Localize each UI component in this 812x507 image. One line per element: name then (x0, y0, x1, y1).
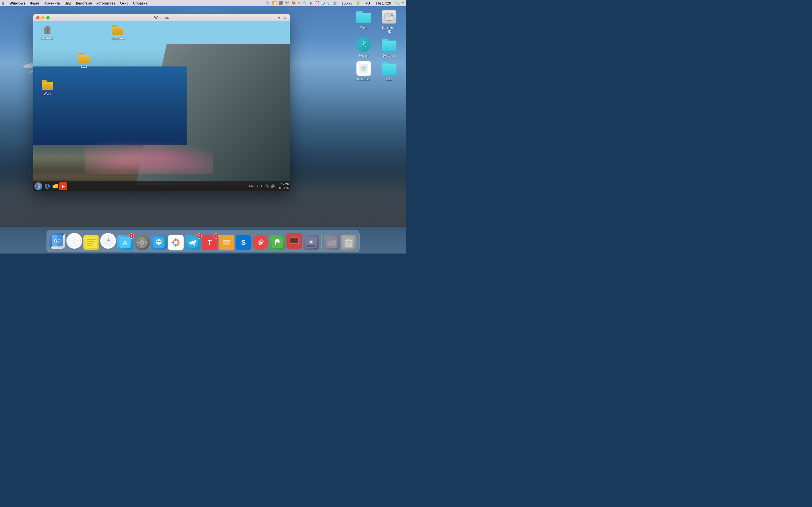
dock-safari[interactable] (66, 233, 82, 250)
toolbox-icon[interactable]: 🔧 (303, 1, 308, 5)
bluetooth-icon[interactable]: ⬡ (321, 1, 325, 5)
windows-folder-button[interactable] (51, 182, 59, 190)
vm-dropdown-icon[interactable]: ▼ (277, 15, 281, 20)
wifi2-icon[interactable]: 📡 (326, 1, 331, 5)
vm-titlebar-actions[interactable]: ▼ ⚙ (277, 15, 287, 20)
spotlight-icon[interactable]: 🔍 (395, 1, 400, 5)
svg-rect-44 (87, 241, 95, 242)
dock-appstore[interactable]: A 1 (117, 235, 133, 250)
evernote-icon (269, 235, 285, 250)
dock-finder[interactable] (50, 233, 65, 250)
svg-rect-100 (293, 244, 296, 244)
svg-rect-42 (86, 237, 97, 248)
dock-folder[interactable] (324, 235, 340, 250)
svg-point-104 (310, 241, 312, 243)
svg-rect-21 (39, 184, 41, 186)
svg-point-67 (160, 241, 160, 242)
app-icon-2[interactable]: 🦊 (291, 1, 296, 5)
menubar-help[interactable]: Справка (131, 1, 150, 5)
desktop-icon-new[interactable]: ⏱ Новый (352, 36, 375, 59)
svg-rect-111 (347, 239, 350, 240)
hd-drive-icon (382, 10, 396, 24)
dock-tweetbot[interactable] (151, 235, 167, 250)
svg-rect-58 (142, 237, 143, 239)
battery-percentage[interactable]: 100 % (340, 1, 354, 5)
wifi-icon[interactable]: 📶 (272, 1, 276, 5)
mediaget-label: MediaGet (356, 77, 371, 81)
menubar-windows[interactable]: Windows (7, 1, 28, 5)
volume-icon[interactable]: 🔊 (333, 1, 338, 5)
svg-marker-28 (53, 184, 58, 188)
vm-window-controls[interactable] (36, 16, 50, 19)
vm-date: 20.04.15 (278, 186, 289, 190)
evernote-menubar-icon[interactable]: 🐘 (265, 1, 270, 5)
dock-separator (321, 234, 322, 248)
menubar-window[interactable]: Окно (118, 1, 131, 5)
desktop-icon-mediaget[interactable]: 💿 MediaGet (352, 60, 375, 82)
scissors-icon[interactable]: ✂️ (285, 1, 290, 5)
desktop-icon-1111[interactable]: 1111 (378, 60, 400, 82)
vm-window: Windows ▼ ⚙ (33, 14, 290, 191)
dock-remote[interactable] (287, 233, 302, 250)
appstore-badge: 1 (129, 233, 134, 238)
windows-media-button[interactable]: ▶ (59, 182, 67, 190)
vm-icon-work[interactable]: Work (36, 79, 59, 95)
x-icon[interactable]: ✕ (298, 1, 301, 5)
dock-itunes[interactable] (253, 235, 268, 250)
desktop-icon-macintosh-hd[interactable]: Macintosh HD (378, 8, 400, 35)
dock-stickies[interactable] (84, 235, 99, 250)
vm-settings-icon[interactable]: ⚙ (283, 15, 287, 20)
dock-skype[interactable]: S (236, 235, 252, 250)
menubar-actions[interactable]: Действия (73, 1, 94, 5)
language-indicator[interactable]: RU (362, 1, 372, 5)
dock-photos[interactable] (168, 235, 184, 250)
svg-rect-16 (46, 26, 49, 27)
apple-menu[interactable]:  (2, 1, 4, 6)
vm-lang[interactable]: EN (249, 184, 253, 188)
menubar-file[interactable]: Файл (28, 1, 41, 5)
vm-icon-recycle[interactable]: Корзина (36, 24, 59, 40)
windows-start-button[interactable] (35, 182, 42, 190)
safari-dot (74, 249, 75, 250)
folder-1111-icon (382, 61, 396, 76)
desktop-icon-work[interactable]: Work (352, 8, 375, 35)
vm-work-folder-icon (42, 79, 53, 91)
dock-telegram[interactable]: 2 (185, 235, 201, 250)
photos-icon (168, 235, 184, 250)
time-icon[interactable]: ⏰ (315, 1, 320, 5)
dock-toolbox[interactable]: T 1 (202, 235, 218, 250)
vm-tray-3[interactable]: 🔊 (271, 184, 275, 188)
dock-clock[interactable] (100, 233, 116, 250)
notification-icon[interactable]: ≡ (402, 1, 404, 5)
svg-rect-101 (292, 244, 297, 245)
vm-tray-2[interactable]: 🔌 (265, 184, 269, 188)
dock-toolbox2[interactable] (219, 235, 235, 250)
vm-clock: 17:26 20.04.15 (278, 182, 289, 189)
vm-tray-1[interactable]: 🗒 (261, 184, 264, 188)
vm-icon-1111[interactable]: 1111 (73, 52, 95, 68)
vm-arrow-up[interactable]: ▲ (256, 185, 259, 188)
vm-desktop: Корзина Work (33, 21, 290, 191)
datetime-display[interactable]: Пн 17:26 (374, 1, 393, 5)
svg-point-96 (276, 242, 278, 243)
vm-maximize-button[interactable] (46, 16, 50, 19)
dock-sysprefs[interactable] (134, 235, 150, 250)
dock-trash[interactable] (341, 235, 357, 250)
desktop-icon-emirates[interactable]: Эмираты (378, 36, 400, 59)
menubar-edit[interactable]: Изменить (41, 1, 62, 5)
vm-work-label: Work (44, 92, 51, 95)
windows-ie-button[interactable] (43, 182, 51, 190)
bear-icon[interactable]: 🐻 (278, 1, 283, 5)
vm-close-button[interactable] (36, 16, 40, 19)
menubar-view[interactable]: Вид (62, 1, 73, 5)
menubar-devices[interactable]: Устройства (94, 1, 118, 5)
dock-evernote[interactable] (269, 235, 285, 250)
svg-rect-22 (36, 186, 38, 188)
svg-rect-60 (137, 242, 139, 243)
vm-icon-emirates[interactable]: Эмираты (107, 24, 129, 40)
menubar-right: 🐘 📶 🐻 ✂️ 🦊 ✕ 🔧 ⏸ ⏰ ⬡ 📡 🔊 100 % 🔋 RU Пн 1… (265, 1, 404, 5)
dock-iphoto[interactable] (303, 235, 319, 250)
svg-rect-45 (87, 243, 94, 244)
vm-minimize-button[interactable] (41, 16, 45, 19)
pause-icon[interactable]: ⏸ (309, 1, 313, 5)
